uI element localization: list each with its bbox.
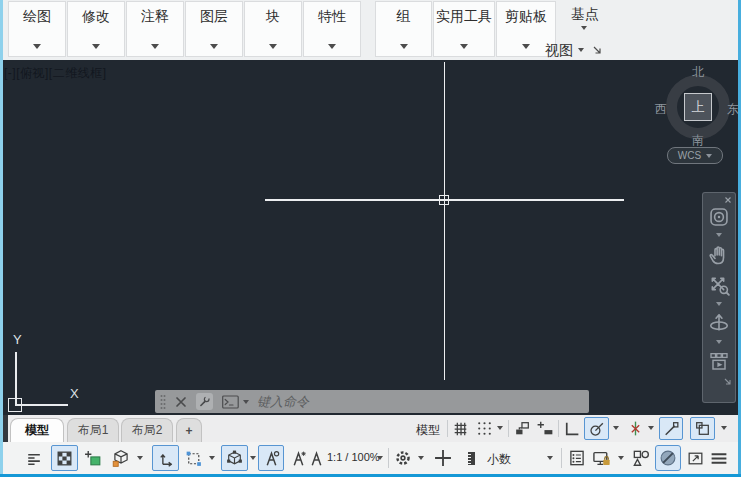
grid-display-icon[interactable] [451, 419, 470, 438]
showmotion-icon[interactable] [707, 349, 731, 373]
annotation-autoscale-icon[interactable] [289, 449, 308, 468]
viewcube-north[interactable]: 北 [690, 64, 706, 81]
command-close-icon[interactable] [175, 396, 187, 408]
dynamic-input-icon[interactable] [536, 419, 555, 438]
hardware-acceleration-toggle[interactable] [51, 445, 78, 471]
isolate-objects-icon[interactable] [631, 448, 651, 468]
annotation-scale-caret-icon[interactable] [377, 456, 383, 460]
ribbon-panel-modify[interactable]: 修改 [67, 1, 125, 57]
viewport-controls-label[interactable]: [-][俯视][二维线框] [4, 65, 107, 82]
workspace-caret-icon[interactable] [418, 456, 424, 460]
customize-menu-icon[interactable] [708, 449, 730, 468]
ui-lock-icon[interactable] [591, 448, 612, 469]
annotation-scale-value[interactable]: 1:1 / 100% [327, 451, 380, 463]
panel-caret-icon[interactable] [400, 44, 408, 49]
polar-caret-icon[interactable] [613, 426, 619, 430]
snap-caret-icon[interactable] [497, 426, 503, 430]
command-input-placeholder[interactable]: 键入命令 [257, 393, 309, 411]
drawing-canvas[interactable]: [-][俯视][二维线框] Y X 上 北 西 东 南 WCS [0, 60, 741, 415]
annotation-sync-icon[interactable] [307, 449, 326, 468]
units-caret-icon[interactable] [547, 456, 553, 460]
viewcube-west[interactable]: 西 [653, 101, 669, 118]
zoom-extents-icon[interactable] [707, 273, 731, 297]
command-prompt-caret-icon[interactable] [243, 400, 249, 404]
navigation-bar [702, 192, 736, 403]
navbar-close-icon[interactable] [724, 196, 732, 204]
dynamic-ucs-toggle[interactable] [152, 445, 179, 471]
viewcube-top-label: 上 [692, 98, 705, 116]
object-snap-toggle[interactable] [659, 417, 683, 440]
ribbon-panel-block[interactable]: 块 [244, 1, 302, 57]
orbit-caret-icon[interactable] [716, 340, 722, 344]
graphics-performance-toggle[interactable] [655, 445, 681, 471]
base-panel-label[interactable]: 基点 [558, 6, 612, 24]
ribbon-panel-utilities[interactable]: 实用工具 [433, 1, 495, 57]
command-grip-icon[interactable] [159, 394, 167, 410]
viewcube-top-face[interactable]: 上 [684, 93, 712, 121]
tab-model[interactable]: 模型 [10, 418, 64, 442]
ribbon-panel-layers[interactable]: 图层 [185, 1, 243, 57]
ribbon-panel-annotate[interactable]: 注释 [126, 1, 184, 57]
panel-label: 实用工具 [436, 8, 492, 26]
ortho-mode-icon[interactable] [562, 419, 581, 438]
infer-constraints-icon[interactable] [513, 419, 532, 438]
selection-cycling-icon[interactable] [84, 449, 103, 468]
tab-layout1[interactable]: 布局1 [67, 418, 119, 442]
status-tray: 1:1 / 100% 小数 [0, 442, 741, 474]
panel-caret-icon[interactable] [151, 44, 159, 49]
fullscreen-icon[interactable] [686, 449, 705, 468]
units-value[interactable]: 小数 [487, 451, 511, 468]
command-prompt-icon[interactable] [222, 395, 239, 409]
view-tab-label[interactable]: 视图 [545, 42, 573, 60]
draw-order-icon[interactable] [24, 449, 43, 468]
ribbon-launcher-icon[interactable] [592, 45, 603, 56]
panel-caret-icon[interactable] [328, 44, 336, 49]
tab-layout2[interactable]: 布局2 [121, 418, 173, 442]
command-customize-chip[interactable] [196, 393, 213, 410]
panel-caret-icon[interactable] [210, 44, 218, 49]
panel-caret-icon[interactable] [522, 44, 530, 49]
wheel-caret-icon[interactable] [716, 233, 722, 237]
annotation-monitor-caret-icon[interactable] [137, 456, 143, 460]
panel-caret-icon[interactable] [269, 44, 277, 49]
gizmo-toggle[interactable] [221, 445, 248, 471]
workspace-gear-icon[interactable] [393, 448, 413, 468]
tab-add-layout[interactable]: + [176, 418, 202, 442]
annotation-objects-toggle[interactable] [690, 417, 715, 440]
snap-mode-icon[interactable] [475, 419, 494, 438]
osnap-tracking-caret-icon[interactable] [648, 426, 654, 430]
clean-screen-crosshair-icon[interactable] [432, 447, 454, 469]
ribbon-panel-group[interactable]: 组 [375, 1, 432, 57]
polar-tracking-toggle[interactable] [584, 417, 609, 440]
tab-label: 布局1 [78, 422, 109, 439]
view-caret-icon[interactable] [578, 48, 584, 52]
pan-hand-icon[interactable] [707, 243, 731, 267]
ribbon-panel-properties[interactable]: 特性 [303, 1, 361, 57]
gizmo-icon [225, 449, 244, 468]
panel-label: 组 [397, 8, 411, 26]
zoom-caret-icon[interactable] [716, 302, 722, 306]
annotation-visibility-toggle[interactable] [258, 445, 284, 471]
model-space-toggle[interactable]: 模型 [416, 422, 440, 439]
quick-properties-icon[interactable] [567, 448, 587, 468]
wcs-dropdown[interactable]: WCS [667, 147, 723, 164]
gizmo-caret-icon[interactable] [250, 456, 256, 460]
panel-caret-icon[interactable] [92, 44, 100, 49]
annotation-caret-icon[interactable] [721, 426, 727, 430]
navbar-customize-icon[interactable] [723, 377, 732, 386]
osnap-tracking-icon[interactable] [626, 419, 645, 438]
panel-caret-icon[interactable] [460, 44, 468, 49]
base-panel-caret-icon[interactable] [581, 26, 587, 30]
wrench-icon [198, 395, 211, 408]
selection-filter-icon[interactable] [184, 449, 203, 468]
panel-caret-icon[interactable] [33, 44, 41, 49]
annotation-monitor-icon[interactable] [111, 448, 131, 468]
command-line[interactable]: 键入命令 [155, 390, 589, 413]
units-ruler-icon[interactable] [463, 449, 481, 468]
orbit-icon[interactable] [707, 311, 731, 335]
selection-filter-caret-icon[interactable] [209, 456, 215, 460]
ribbon-panel-draw[interactable]: 绘图 [8, 1, 66, 57]
navigation-wheel-icon[interactable] [708, 206, 730, 228]
ui-lock-caret-icon[interactable] [618, 456, 624, 460]
status-row: 模型 布局1 布局2 + 模型 [0, 415, 741, 442]
